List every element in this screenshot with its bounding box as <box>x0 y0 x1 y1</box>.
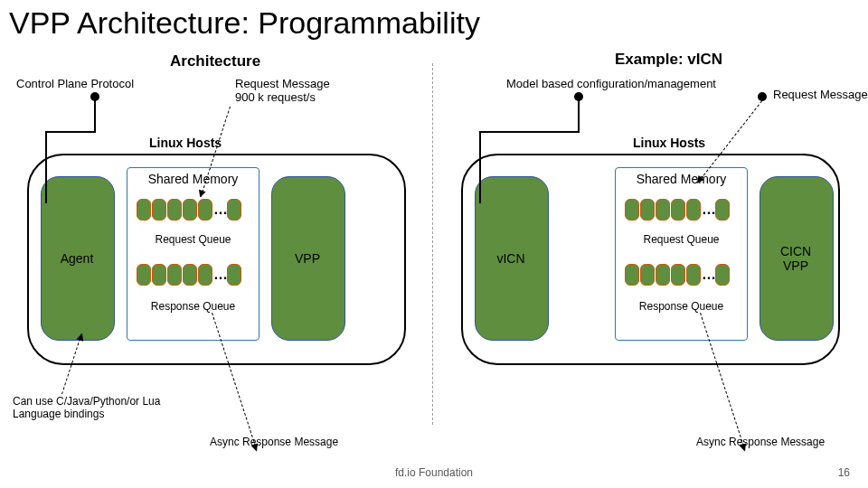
queue-pill <box>671 264 685 286</box>
ellipsis-icon: … <box>702 202 714 218</box>
left-agent-label: Agent <box>41 251 113 266</box>
dot-icon <box>758 92 767 101</box>
queue-pill <box>227 264 241 286</box>
right-agent-label: vICN <box>475 251 547 266</box>
left-async-label: Async Response Message <box>210 436 338 449</box>
left-response-queue-row: … <box>137 264 241 286</box>
right-heading: Example: vICN <box>615 51 722 69</box>
queue-pill <box>183 199 197 221</box>
ellipsis-icon: … <box>213 267 226 283</box>
left-vpp-label: VPP <box>271 251 344 266</box>
queue-pill <box>686 264 701 286</box>
right-req-msg-label: Request Message <box>773 89 868 102</box>
queue-pill <box>640 264 655 286</box>
queue-pill <box>198 264 212 286</box>
connector-line <box>578 97 580 131</box>
ellipsis-icon: … <box>702 267 714 283</box>
connector-line <box>45 131 96 133</box>
left-request-queue-row: … <box>137 199 241 221</box>
model-config-label: Model based configuration/management <box>506 78 716 91</box>
queue-pill <box>625 199 639 221</box>
footer-text: fd.io Foundation <box>0 466 868 479</box>
connector-line <box>479 131 481 203</box>
queue-pill <box>715 264 730 286</box>
left-response-queue-label: Response Queue <box>127 300 259 313</box>
ellipsis-icon: … <box>213 202 226 218</box>
left-req-msg-label: Request Message 900 k request/s <box>235 78 330 105</box>
queue-pill <box>640 199 655 221</box>
connector-line <box>94 97 96 131</box>
left-request-queue-label: Request Queue <box>127 233 259 246</box>
queue-pill <box>152 199 166 221</box>
connector-line <box>45 131 47 203</box>
connector-line <box>479 131 580 133</box>
left-shared-memory-panel: Shared Memory … Request Queue … Response… <box>127 167 259 341</box>
right-request-queue-label: Request Queue <box>616 233 747 246</box>
right-shared-memory-title: Shared Memory <box>616 172 747 186</box>
right-request-queue-row: … <box>625 199 730 221</box>
queue-pill <box>656 264 670 286</box>
right-shared-memory-panel: Shared Memory … Request Queue … Response… <box>615 167 748 341</box>
queue-pill <box>656 199 670 221</box>
center-divider <box>432 63 433 425</box>
bindings-label: Can use C/Java/Python/or Lua Language bi… <box>13 396 160 421</box>
right-host-label: Linux Hosts <box>633 136 705 150</box>
queue-pill <box>686 199 701 221</box>
left-shared-memory-title: Shared Memory <box>127 172 259 186</box>
queue-pill <box>167 264 182 286</box>
queue-pill <box>137 264 151 286</box>
right-response-queue-label: Response Queue <box>616 300 747 313</box>
queue-pill <box>152 264 166 286</box>
left-host-label: Linux Hosts <box>149 136 222 150</box>
control-plane-label: Control Plane Protocol <box>16 78 134 91</box>
right-response-queue-row: … <box>625 264 730 286</box>
slide-number: 16 <box>838 466 850 479</box>
queue-pill <box>167 199 182 221</box>
right-vpp-label: CICN VPP <box>760 244 832 273</box>
queue-pill <box>137 199 151 221</box>
queue-pill <box>227 199 241 221</box>
queue-pill <box>625 264 639 286</box>
queue-pill <box>183 264 197 286</box>
page-title: VPP Architecture: Programmability <box>9 5 480 41</box>
queue-pill <box>198 199 212 221</box>
queue-pill <box>671 199 685 221</box>
left-heading: Architecture <box>170 52 260 70</box>
queue-pill <box>715 199 730 221</box>
right-async-label: Async Response Message <box>696 436 825 449</box>
